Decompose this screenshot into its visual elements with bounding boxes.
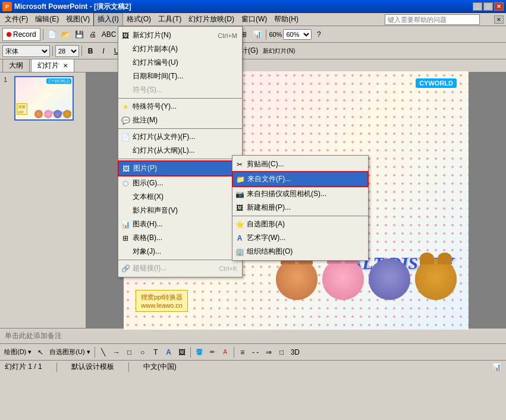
menu-textbox[interactable]: 文本框(X) ▶	[118, 190, 242, 204]
scanner-icon: 📷	[235, 190, 244, 199]
record-button[interactable]: Record	[2, 28, 40, 41]
slide-thumb-image-1[interactable]: CYWORLD Walt Disney 狸窝ppt	[14, 76, 74, 121]
insert-clip-btn[interactable]: 🖼	[176, 346, 188, 359]
slide-info: 幻灯片 1 / 1	[5, 362, 42, 372]
watermark-line1: 狸窝ppt转换器	[141, 293, 183, 302]
menu-insert[interactable]: 插入(I)	[93, 12, 122, 26]
line-style-btn[interactable]: ≡	[237, 346, 249, 359]
menu-edit[interactable]: 编辑(E)	[32, 13, 62, 26]
tab-close-icon[interactable]: ✕	[63, 62, 68, 69]
menu-slideshow[interactable]: 幻灯片放映(D)	[185, 13, 238, 26]
special-symbol-icon: ★	[121, 102, 130, 112]
font-name-select[interactable]: 宋体	[2, 45, 50, 57]
menu-slide-outline[interactable]: 幻灯片(从大纲)(L)...	[118, 144, 242, 157]
menu-slide-dup[interactable]: 幻灯片副本(A)	[118, 42, 242, 56]
menu-auto-shape[interactable]: ⭐ 自选图形(A)	[232, 217, 368, 231]
menu-sep-4	[118, 260, 242, 260]
select-btn[interactable]: ↖	[34, 346, 46, 359]
close-button[interactable]: ✕	[494, 2, 504, 11]
shadow-draw-btn[interactable]: □	[276, 346, 288, 359]
dash-style-btn[interactable]: - -	[250, 346, 262, 359]
font-color-draw-btn[interactable]: A	[219, 346, 231, 359]
menu-wordart[interactable]: A 艺术字(W)...	[232, 231, 368, 245]
slide-thumbnail-1[interactable]: 1 CYWORLD Walt Disney 狸窝ppt	[2, 75, 83, 122]
menu-file[interactable]: 文件(F)	[1, 13, 32, 26]
print-button[interactable]: 🖨	[87, 28, 99, 41]
menu-from-scanner[interactable]: 📷 来自扫描仪或照相机(S)...	[232, 187, 368, 201]
wordart-draw-btn[interactable]: A	[163, 346, 175, 359]
oval-btn[interactable]: ○	[137, 346, 149, 359]
help-btn[interactable]: ?	[313, 28, 325, 41]
menu-movie-sound[interactable]: 影片和声音(V) ▶	[118, 204, 242, 217]
status-sep-1	[56, 362, 57, 372]
menu-hyperlink: 🔗 超链接(I)... Ctrl+K	[118, 261, 242, 275]
menu-new-album[interactable]: 🖼 新建相册(P)...	[232, 201, 368, 214]
textbox-draw-btn[interactable]: T	[150, 346, 162, 359]
hyperlink-icon: 🔗	[121, 264, 130, 273]
statusbar: 幻灯片 1 / 1 默认设计模板 中文(中国) 📊	[0, 360, 506, 373]
from-file-icon: 📁	[235, 175, 245, 184]
menu-table[interactable]: ⊞ 表格(B)...	[118, 231, 242, 245]
menu-picture[interactable]: 🖼 图片(P) ▶	[118, 160, 243, 176]
draw-sep-2	[190, 347, 191, 358]
new-button[interactable]: 📄	[46, 28, 58, 41]
line-btn[interactable]: ╲	[98, 346, 109, 359]
menu-diagram[interactable]: ⬡ 图示(G)...	[118, 176, 242, 190]
bold-button[interactable]: B	[84, 45, 96, 58]
album-icon: 🖼	[235, 203, 244, 213]
line-color-btn[interactable]: ✏	[206, 346, 218, 359]
menu-comment[interactable]: 💬 批注(M)	[118, 113, 242, 127]
notes-bar[interactable]: 单击此处添加备注	[0, 328, 506, 343]
close-app-button[interactable]: ✕	[494, 15, 504, 24]
menu-clipboard-art[interactable]: ✂ 剪贴画(C)...	[232, 157, 368, 171]
minimize-button[interactable]: _	[473, 2, 482, 11]
rect-btn[interactable]: □	[124, 346, 136, 359]
insert-chart-btn[interactable]: 📊	[251, 28, 263, 41]
status-icon: 📊	[492, 363, 501, 371]
3d-btn[interactable]: 3D	[289, 346, 301, 359]
autoshape-menu-btn[interactable]: 自选图形(U) ▾	[48, 346, 92, 359]
draw-menu-btn[interactable]: 绘图(D) ▾	[2, 346, 33, 359]
menu-view[interactable]: 视图(V)	[62, 13, 93, 26]
menu-window[interactable]: 窗口(W)	[238, 13, 271, 26]
pic-menu-sep	[232, 216, 368, 216]
menu-format[interactable]: 格式(O)	[123, 13, 155, 26]
toolbar-separator-5	[266, 29, 266, 40]
comment-icon: 💬	[121, 116, 130, 125]
menu-object[interactable]: 对象(J)...	[118, 245, 242, 258]
menu-slide-num[interactable]: 幻灯片编号(U)	[118, 56, 242, 70]
menu-help[interactable]: 帮助(H)	[271, 13, 302, 26]
cyworld-badge: CYWORLD	[416, 78, 457, 88]
menu-new-slide[interactable]: 🖼 新幻灯片(N) Ctrl+M	[118, 29, 242, 42]
italic-button[interactable]: I	[98, 45, 109, 58]
orgchart-icon: 🏢	[235, 247, 244, 257]
new-slide-toolbar-btn[interactable]: 新幻灯片(N)	[261, 45, 297, 58]
animal-group	[276, 258, 457, 300]
menu-from-file[interactable]: 📁 来自文件(F)...	[232, 171, 369, 187]
menu-tools[interactable]: 工具(T)	[155, 13, 185, 26]
fill-color-btn[interactable]: 🪣	[193, 346, 205, 359]
arrow-style-btn[interactable]: ⇒	[263, 346, 275, 359]
menubar: 文件(F) 编辑(E) 视图(V) 插入(I) 格式(O) 工具(T) 幻灯片放…	[0, 13, 506, 26]
menu-symbol: 符号(S)...	[118, 83, 242, 97]
menu-special-symbol[interactable]: ★ 特殊符号(Y)...	[118, 100, 242, 113]
search-input[interactable]	[385, 14, 480, 25]
new-slide-icon: 🖼	[121, 31, 130, 40]
arrow-btn[interactable]: →	[111, 346, 122, 359]
toolbar-separator-1	[43, 29, 43, 40]
maximize-button[interactable]: □	[483, 2, 493, 11]
open-button[interactable]: 📂	[59, 28, 72, 41]
menu-slide-file[interactable]: 📄 幻灯片(从文件)(F)...	[118, 130, 242, 144]
menu-orgchart[interactable]: 🏢 组织结构图(O)	[232, 245, 368, 258]
spellcheck-button[interactable]: ABC	[100, 28, 118, 41]
zoom-select[interactable]: 60%80%100%	[283, 29, 312, 40]
drawing-toolbar: 绘图(D) ▾ ↖ 自选图形(U) ▾ ╲ → □ ○ T A 🖼 🪣 ✏ A …	[0, 343, 506, 360]
save-button[interactable]: 💾	[73, 28, 86, 41]
zoom-label: 60%	[269, 31, 282, 38]
font-size-select[interactable]: 28	[55, 45, 79, 57]
menu-chart[interactable]: 📊 图表(H)...	[118, 217, 242, 231]
tab-slides[interactable]: 幻灯片 ✕	[31, 59, 74, 72]
draw-sep-3	[234, 347, 234, 358]
menu-datetime[interactable]: 日期和时间(T)...	[118, 70, 242, 83]
tab-outline[interactable]: 大纲	[2, 59, 30, 72]
